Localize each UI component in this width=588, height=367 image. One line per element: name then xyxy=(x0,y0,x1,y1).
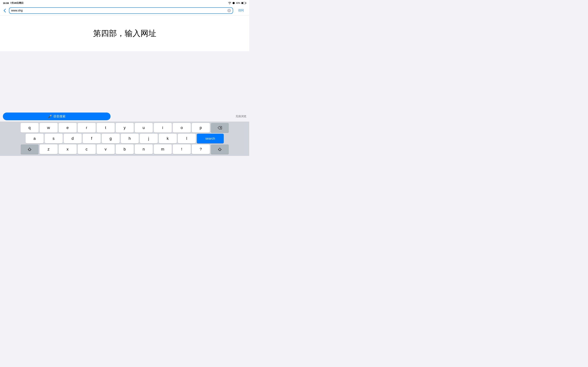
search-key[interactable]: search xyxy=(197,134,224,143)
key-l[interactable]: l xyxy=(178,134,196,143)
key-j[interactable]: j xyxy=(140,134,158,143)
keyboard-row-2: a s d f g h j k l search xyxy=(1,134,249,143)
key-h[interactable]: h xyxy=(121,134,139,143)
key-m[interactable]: m xyxy=(154,144,172,154)
back-button[interactable] xyxy=(2,8,7,13)
key-n[interactable]: n xyxy=(135,144,153,154)
keyboard-row-1: q w e r t y u i o p xyxy=(1,123,249,133)
key-o[interactable]: o xyxy=(173,123,191,133)
battery-percent: 40% xyxy=(236,2,240,4)
key-i[interactable]: i xyxy=(154,123,172,133)
key-c[interactable]: c xyxy=(78,144,96,154)
wifi-icon xyxy=(228,2,231,4)
microphone-icon: 🎤 xyxy=(48,115,52,118)
key-e[interactable]: e xyxy=(59,123,77,133)
clear-icon: ✕ xyxy=(228,9,230,12)
key-q[interactable]: q xyxy=(21,123,39,133)
address-input-wrapper: ✕ xyxy=(9,7,233,14)
keyboard-container: 🎤 语音搜索 无痕浏览 q w e r t y u i o p xyxy=(0,111,249,156)
status-bar: 16:08 7月28日周日 40% xyxy=(0,0,249,6)
address-bar-container: ✕ 访问 xyxy=(0,6,249,15)
address-input[interactable] xyxy=(11,9,226,12)
key-u[interactable]: u xyxy=(135,123,153,133)
incognito-text: 无痕浏览 xyxy=(236,115,246,118)
keyboard-rows: q w e r t y u i o p a s d f g xyxy=(0,122,249,156)
key-z[interactable]: z xyxy=(40,144,58,154)
keyboard-row-3: z x c v b n m ! ? xyxy=(1,144,249,154)
key-b[interactable]: b xyxy=(116,144,134,154)
voice-search-button[interactable]: 🎤 语音搜索 xyxy=(3,113,111,120)
svg-rect-2 xyxy=(242,2,243,4)
key-s[interactable]: s xyxy=(45,134,63,143)
svg-rect-1 xyxy=(246,3,246,4)
instruction-text: 第四部，输入网址 xyxy=(93,28,156,39)
key-a[interactable]: a xyxy=(26,134,43,143)
key-x[interactable]: x xyxy=(59,144,77,154)
key-w[interactable]: w xyxy=(40,123,58,133)
key-p[interactable]: p xyxy=(192,123,210,133)
visit-button[interactable]: 访问 xyxy=(235,7,247,14)
moon-icon xyxy=(232,2,235,4)
shift-right-key[interactable] xyxy=(211,144,229,154)
key-y[interactable]: y xyxy=(116,123,134,133)
key-f[interactable]: f xyxy=(83,134,101,143)
key-d[interactable]: d xyxy=(64,134,82,143)
key-r[interactable]: r xyxy=(78,123,96,133)
status-left: 16:08 7月28日周日 xyxy=(3,1,24,5)
backspace-key[interactable] xyxy=(211,123,229,133)
key-k[interactable]: k xyxy=(159,134,177,143)
main-content: 第四部，输入网址 xyxy=(0,15,249,51)
time: 16:08 xyxy=(3,2,9,4)
status-right: 40% xyxy=(228,2,246,4)
key-t[interactable]: t xyxy=(97,123,115,133)
clear-button[interactable]: ✕ xyxy=(227,9,231,12)
voice-search-label: 语音搜索 xyxy=(53,114,66,118)
battery-icon xyxy=(241,2,246,4)
key-v[interactable]: v xyxy=(97,144,115,154)
keyboard-toolbar: 🎤 语音搜索 无痕浏览 xyxy=(0,111,249,122)
key-g[interactable]: g xyxy=(102,134,120,143)
key-exclamation[interactable]: ! xyxy=(173,144,191,154)
date: 7月28日周日 xyxy=(10,1,24,5)
shift-left-key[interactable] xyxy=(21,144,39,154)
key-question[interactable]: ? xyxy=(192,144,210,154)
